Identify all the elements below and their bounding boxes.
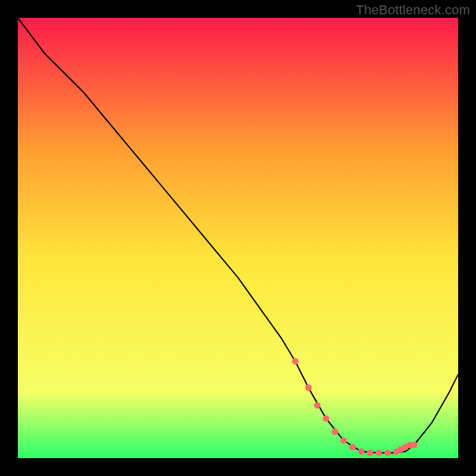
marker-point <box>331 428 338 435</box>
gradient-background <box>18 18 458 458</box>
marker-point <box>384 450 391 456</box>
marker-point <box>314 402 321 409</box>
marker-point <box>411 441 418 448</box>
marker-point <box>358 448 365 455</box>
watermark-label: TheBottleneck.com <box>356 2 470 18</box>
marker-point <box>375 450 382 456</box>
marker-point <box>367 450 374 456</box>
marker-point <box>292 358 299 365</box>
plot-area <box>18 18 458 458</box>
marker-point <box>323 415 330 422</box>
marker-point <box>349 444 356 450</box>
chart-frame: TheBottleneck.com <box>0 0 476 476</box>
chart-svg <box>18 18 458 458</box>
marker-point <box>305 384 312 391</box>
marker-point <box>340 437 347 444</box>
